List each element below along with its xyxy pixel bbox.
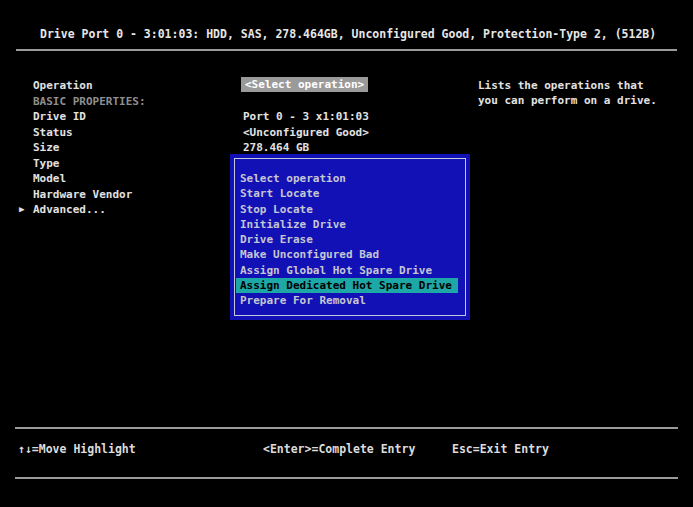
- popup-item-assign-dedicated-hot-spare-drive[interactable]: Assign Dedicated Hot Spare Drive: [236, 278, 458, 293]
- menu-item-advanced[interactable]: Advanced...: [33, 203, 106, 216]
- row-label-model: Model: [33, 172, 66, 185]
- popup-item-make-unconfigured-bad[interactable]: Make Unconfigured Bad: [240, 247, 462, 262]
- footer-separator-bottom: [15, 477, 678, 479]
- bios-drive-screen: Drive Port 0 - 3:01:03: HDD, SAS, 278.46…: [0, 0, 693, 507]
- row-label-drive-id: Drive ID: [33, 110, 86, 123]
- help-text-line2: you can perform on a drive.: [478, 94, 657, 107]
- advanced-arrow-icon: ▶: [19, 204, 24, 214]
- popup-item-initialize-drive[interactable]: Initialize Drive: [240, 217, 462, 232]
- operation-select-field[interactable]: <Select operation>: [241, 77, 368, 92]
- footer-separator-top: [15, 427, 678, 429]
- popup-item-drive-erase[interactable]: Drive Erase: [240, 232, 462, 247]
- row-label-status: Status: [33, 126, 73, 139]
- page-title: Drive Port 0 - 3:01:03: HDD, SAS, 278.46…: [40, 27, 656, 41]
- title-separator: [16, 49, 677, 51]
- row-label-operation[interactable]: Operation: [33, 79, 93, 92]
- popup-item-prepare-for-removal[interactable]: Prepare For Removal: [240, 293, 462, 308]
- operation-popup: Select operation Start Locate Stop Locat…: [230, 154, 470, 320]
- size-value: 278.464 GB: [243, 141, 309, 154]
- help-text-line1: Lists the operations that: [478, 79, 644, 92]
- popup-item-select-operation[interactable]: Select operation: [240, 171, 462, 186]
- popup-item-start-locate[interactable]: Start Locate: [240, 186, 462, 201]
- row-label-type: Type: [33, 157, 60, 170]
- hint-exit-entry: Esc=Exit Entry: [452, 442, 549, 456]
- popup-item-assign-global-hot-spare-drive[interactable]: Assign Global Hot Spare Drive: [240, 263, 462, 278]
- popup-item-stop-locate[interactable]: Stop Locate: [240, 202, 462, 217]
- row-label-size: Size: [33, 141, 60, 154]
- row-label-hardware-vendor: Hardware Vendor: [33, 188, 132, 201]
- section-header-basic-properties: BASIC PROPERTIES:: [33, 95, 146, 108]
- hint-complete-entry: <Enter>=Complete Entry: [263, 442, 415, 456]
- status-value: <Unconfigured Good>: [243, 126, 369, 139]
- hint-move-highlight: ↑↓=Move Highlight: [18, 442, 136, 456]
- drive-id-value: Port 0 - 3 x1:01:03: [243, 110, 369, 123]
- popup-item-list: Select operation Start Locate Stop Locat…: [240, 171, 462, 309]
